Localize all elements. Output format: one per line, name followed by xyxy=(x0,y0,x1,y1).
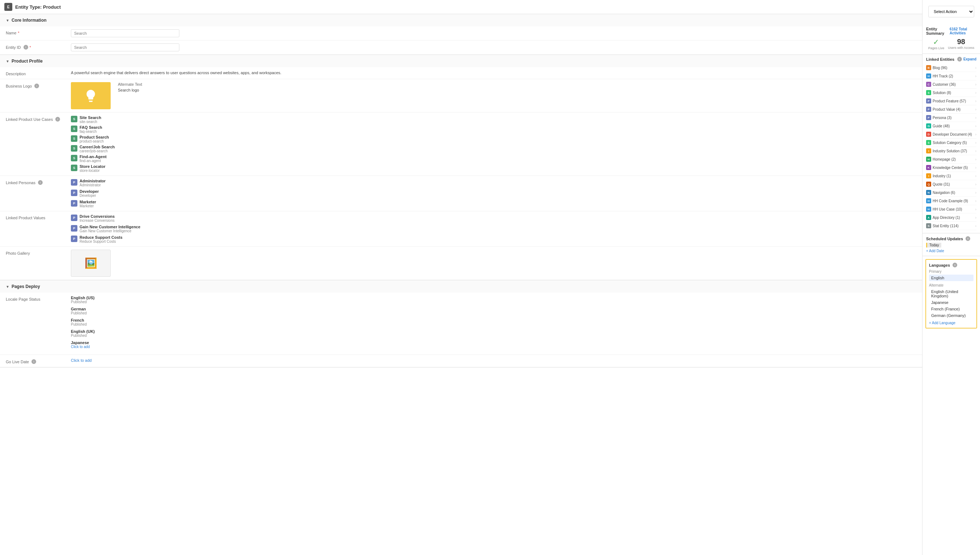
linked-entity-item[interactable]: P Product Value (4) › xyxy=(926,105,977,114)
linked-entity-item[interactable]: P Persona (3) › xyxy=(926,114,977,122)
use-cases-row: Linked Product Use Cases i S Site Search… xyxy=(0,112,922,176)
linked-entity-chevron: › xyxy=(975,132,977,136)
business-logo-label: Business Logo i xyxy=(6,82,71,88)
name-input[interactable] xyxy=(71,29,179,37)
page-title: Entity Type: Product xyxy=(15,4,61,10)
use-case-item: S Product Search product-search xyxy=(71,135,916,143)
linked-entity-badge: H xyxy=(926,198,931,203)
core-information-title: Core Information xyxy=(11,18,46,23)
linked-entity-badge: B xyxy=(926,65,931,70)
linked-entity-chevron: › xyxy=(975,174,977,178)
linked-entity-chevron: › xyxy=(975,166,977,170)
use-case-badge: S xyxy=(71,165,77,171)
pages-live-label: Pages Live xyxy=(928,46,945,50)
product-profile-header[interactable]: ▼ Product Profile xyxy=(0,55,922,67)
linked-entity-item[interactable]: S Solution (8) › xyxy=(926,89,977,97)
name-value xyxy=(71,29,916,37)
linked-entity-item[interactable]: I Industry (1) › xyxy=(926,172,977,180)
today-badge: Today xyxy=(926,243,941,247)
logo-box xyxy=(71,82,111,109)
use-case-item: S Find-an-Agent find-an-agent xyxy=(71,154,916,163)
top-bar: E Entity Type: Product xyxy=(0,0,922,14)
linked-entity-chevron: › xyxy=(975,107,977,111)
alternate-language-item[interactable]: German (Germany) xyxy=(929,312,974,319)
linked-entity-item[interactable]: D Developer Document (4) › xyxy=(926,130,977,139)
linked-entity-item[interactable]: G Guide (48) › xyxy=(926,122,977,130)
logo-area: Alternate Text Search logo xyxy=(71,82,916,109)
linked-entity-item[interactable]: C Customer (36) › xyxy=(926,80,977,89)
linked-entity-badge: P xyxy=(926,107,931,112)
users-access-stat: 98 Users with Access xyxy=(948,38,974,50)
entity-id-input[interactable] xyxy=(71,43,179,51)
linked-entity-chevron: › xyxy=(975,216,977,220)
scheduled-updates: Scheduled Updates i Today + Add Date xyxy=(922,233,980,256)
pages-deploy-section: ▼ Pages Deploy Locale Page Status Englis… xyxy=(0,281,922,367)
expand-link[interactable]: Expand xyxy=(963,57,977,61)
users-access-num: 98 xyxy=(948,38,974,46)
linked-entity-badge: N xyxy=(926,190,931,195)
photo-gallery-value: 🖼️ xyxy=(71,250,916,277)
alternate-language-item[interactable]: Japanese xyxy=(929,299,974,306)
linked-entities-title: Linked Entities xyxy=(926,57,954,61)
linked-entity-item[interactable]: Q Quote (31) › xyxy=(926,180,977,189)
linked-entity-item[interactable]: S Solution Category (5) › xyxy=(926,139,977,147)
linked-entity-item[interactable]: A App Directory (1) › xyxy=(926,213,977,222)
value-badge: P xyxy=(71,215,77,221)
use-cases-list: S Site Search site-search S FAQ Search f… xyxy=(71,115,916,173)
entity-summary-title-text: Entity Summary xyxy=(926,27,950,35)
pages-live-icon: ✓ xyxy=(928,38,945,46)
linked-entity-item[interactable]: P Product Feature (57) › xyxy=(926,97,977,105)
product-profile-title: Product Profile xyxy=(11,59,43,64)
pages-deploy-header[interactable]: ▼ Pages Deploy xyxy=(0,281,922,293)
persona-badge: P xyxy=(71,179,77,186)
linked-entity-item[interactable]: K Knowledge Center (5) › xyxy=(926,164,977,172)
linked-entity-item[interactable]: H HH Use Case (10) › xyxy=(926,205,977,213)
linked-entity-chevron: › xyxy=(975,74,977,78)
description-text: A powerful search engine that delivers d… xyxy=(71,71,281,75)
add-date-link[interactable]: + Add Date xyxy=(926,249,977,253)
locale-entry: German Published xyxy=(71,307,916,315)
core-information-header[interactable]: ▼ Core Information xyxy=(0,14,922,26)
value-badge: P xyxy=(71,236,77,242)
linked-entity-item[interactable]: I Industry Solution (37) › xyxy=(926,147,977,155)
use-cases-label: Linked Product Use Cases i xyxy=(6,115,71,122)
linked-entity-item[interactable]: N Navigation (6) › xyxy=(926,189,977,197)
use-case-item: S Store Locator store-locator xyxy=(71,164,916,173)
business-logo-row: Business Logo i Alternate Text Search lo… xyxy=(0,79,922,112)
locale-status-row: Locale Page Status English (US) Publishe… xyxy=(0,293,922,355)
linked-entity-chevron: › xyxy=(975,207,977,211)
use-case-item: S FAQ Search faq-search xyxy=(71,125,916,133)
persona-badge: P xyxy=(71,189,77,196)
chevron-icon: ▼ xyxy=(6,285,10,289)
chevron-icon: ▼ xyxy=(6,59,10,63)
go-live-click[interactable]: Click to add xyxy=(71,358,91,363)
linked-entity-item[interactable]: S Stat Entity (114) › xyxy=(926,222,977,230)
linked-entity-item[interactable]: H HH Track (2) › xyxy=(926,72,977,80)
pages-deploy-title: Pages Deploy xyxy=(11,284,40,289)
total-activities[interactable]: 6162 Total Activities xyxy=(950,27,977,35)
core-information-section: ▼ Core Information Name * Entity ID i * xyxy=(0,14,922,55)
go-live-row: Go Live Date i Click to add xyxy=(0,355,922,367)
primary-language-item[interactable]: English xyxy=(929,274,974,281)
use-case-badge: S xyxy=(71,145,77,152)
linked-entity-item[interactable]: H Homepage (2) › xyxy=(926,155,977,164)
description-row: Description A powerful search engine tha… xyxy=(0,67,922,79)
linked-entity-item[interactable]: B Blog (96) › xyxy=(926,64,977,72)
gallery-box: 🖼️ xyxy=(71,250,111,277)
name-label: Name * xyxy=(6,29,71,35)
action-select-container: Select Action xyxy=(922,0,980,23)
linked-entity-badge: D xyxy=(926,132,931,137)
entity-id-label: Entity ID i * xyxy=(6,43,71,50)
use-cases-info-icon: i xyxy=(55,117,60,122)
add-language-link[interactable]: + Add Language xyxy=(929,321,974,325)
linked-entity-chevron: › xyxy=(975,82,977,87)
use-case-badge: S xyxy=(71,116,77,122)
linked-entity-badge: S xyxy=(926,90,931,95)
alternate-language-item[interactable]: English (United Kingdom) xyxy=(929,288,974,299)
action-select[interactable]: Select Action xyxy=(928,6,974,18)
linked-entity-chevron: › xyxy=(975,191,977,195)
locales-list: English (US) PublishedGerman PublishedFr… xyxy=(71,295,916,349)
linked-entity-item[interactable]: H HH Code Example (9) › xyxy=(926,197,977,205)
alternate-language-item[interactable]: French (France) xyxy=(929,306,974,312)
alternate-languages-list: English (United Kingdom)JapaneseFrench (… xyxy=(929,288,974,319)
